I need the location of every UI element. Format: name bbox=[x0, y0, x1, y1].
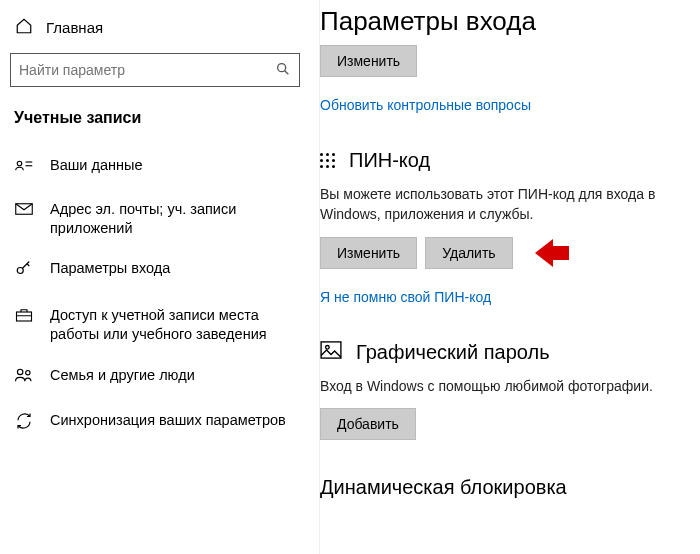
search-input[interactable] bbox=[19, 62, 275, 78]
sidebar-section-header: Учетные записи bbox=[10, 109, 319, 145]
home-icon bbox=[14, 17, 34, 39]
home-nav[interactable]: Главная bbox=[10, 10, 319, 53]
pin-section-header: ПИН-код bbox=[320, 149, 700, 172]
search-icon bbox=[275, 61, 291, 80]
dynamic-lock-header: Динамическая блокировка bbox=[320, 476, 700, 499]
sidebar-item-label: Доступ к учетной записи места работы или… bbox=[50, 306, 306, 344]
sidebar: Главная Учетные записи Ваши данные Адрес… bbox=[0, 0, 320, 554]
page-title: Параметры входа bbox=[320, 6, 700, 45]
sidebar-item-email-accounts[interactable]: Адрес эл. почты; уч. записи приложений bbox=[10, 189, 310, 249]
people-icon bbox=[14, 367, 34, 389]
main-content: Параметры входа Изменить Обновить контро… bbox=[320, 0, 700, 554]
picture-icon bbox=[320, 341, 342, 364]
svg-point-11 bbox=[326, 345, 330, 349]
svg-rect-7 bbox=[17, 312, 32, 321]
svg-point-6 bbox=[17, 268, 23, 274]
sidebar-item-label: Семья и другие люди bbox=[50, 366, 195, 385]
change-button-top[interactable]: Изменить bbox=[320, 45, 417, 77]
pin-description: Вы можете использовать этот ПИН-код для … bbox=[320, 184, 700, 225]
picture-password-header: Графический пароль bbox=[320, 341, 700, 364]
search-box[interactable] bbox=[10, 53, 300, 87]
sidebar-item-label: Параметры входа bbox=[50, 259, 170, 278]
svg-point-0 bbox=[278, 63, 286, 71]
pin-header-label: ПИН-код bbox=[349, 149, 430, 172]
key-icon bbox=[14, 260, 34, 284]
svg-point-9 bbox=[26, 371, 30, 375]
highlight-arrow-icon bbox=[535, 243, 569, 263]
dynamic-lock-label: Динамическая блокировка bbox=[320, 476, 567, 499]
sidebar-item-sync[interactable]: Синхронизация ваших параметров bbox=[10, 400, 310, 447]
picture-add-button[interactable]: Добавить bbox=[320, 408, 416, 440]
svg-point-8 bbox=[17, 369, 22, 374]
update-questions-link[interactable]: Обновить контрольные вопросы bbox=[320, 97, 531, 113]
svg-line-1 bbox=[285, 70, 289, 74]
keypad-icon bbox=[320, 153, 335, 168]
pin-change-button[interactable]: Изменить bbox=[320, 237, 417, 269]
sidebar-item-label: Адрес эл. почты; уч. записи приложений bbox=[50, 200, 306, 238]
picture-description: Вход в Windows с помощью любимой фотогра… bbox=[320, 376, 700, 396]
sidebar-item-family[interactable]: Семья и другие люди bbox=[10, 355, 310, 400]
sidebar-item-your-info[interactable]: Ваши данные bbox=[10, 145, 310, 189]
pin-delete-button[interactable]: Удалить bbox=[425, 237, 512, 269]
briefcase-icon bbox=[14, 307, 34, 329]
home-label: Главная bbox=[46, 19, 103, 36]
forgot-pin-link[interactable]: Я не помню свой ПИН-код bbox=[320, 289, 491, 305]
person-card-icon bbox=[14, 157, 34, 178]
svg-rect-10 bbox=[321, 341, 341, 357]
sidebar-item-label: Синхронизация ваших параметров bbox=[50, 411, 286, 430]
picture-header-label: Графический пароль bbox=[356, 341, 550, 364]
mail-icon bbox=[14, 201, 34, 222]
svg-point-2 bbox=[17, 161, 22, 166]
sidebar-item-signin-options[interactable]: Параметры входа bbox=[10, 248, 310, 295]
sidebar-item-label: Ваши данные bbox=[50, 156, 143, 175]
sidebar-item-work-school[interactable]: Доступ к учетной записи места работы или… bbox=[10, 295, 310, 355]
sync-icon bbox=[14, 412, 34, 436]
